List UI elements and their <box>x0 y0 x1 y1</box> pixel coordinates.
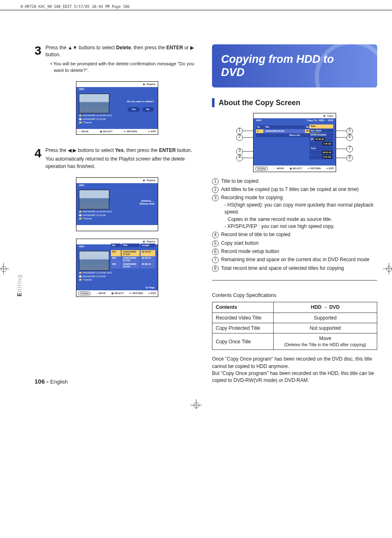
nav-move: ↕ MOVE <box>97 292 106 295</box>
section-title-block: Copying from HDD toDVD <box>212 44 377 87</box>
nav-select: ◉ SELECT <box>290 167 302 170</box>
subsection-heading: About the Copy Screen <box>212 98 377 107</box>
nav-return: ↵ RETURN <box>124 130 137 133</box>
copy-screen-diagram: 1 2 3 4 5 6 7 8 Copy <box>237 113 352 172</box>
start-button[interactable]: Start <box>309 124 333 129</box>
nav-anykey: Anykey <box>255 167 268 170</box>
page-footer: 106 - English <box>35 378 68 384</box>
list-item: Remaining time and space on the current … <box>212 256 377 263</box>
nav-return: ↵ RETURN <box>308 167 321 170</box>
callout-2: 2 <box>236 134 243 141</box>
nav-exit: ● EXIT <box>148 130 156 133</box>
registration-mark-left <box>0 263 9 274</box>
registration-mark-bottom <box>190 399 202 409</box>
step-number: 3 <box>35 44 42 74</box>
step3-bullet: • You will be prompted with the delete c… <box>54 60 200 74</box>
callout-7: 7 <box>346 146 353 152</box>
nav-move: ↔ MOVE <box>78 130 89 133</box>
sp-row: SP 02:06:02 <box>309 138 333 142</box>
list-item: Record mode setup button <box>212 248 377 255</box>
thumbnail <box>79 94 109 113</box>
screenshot-deleting: Playlist HDD 📁 JAN/16/2005 12:15 AM CH11… <box>76 177 158 231</box>
list-item: Add titles to be copied (up to 7 titles … <box>212 186 377 193</box>
nav-exit: ● EXIT <box>148 292 156 295</box>
step-4: 4 Press the ◀ ▶ buttons to select Yes, t… <box>35 147 200 170</box>
thumbnail <box>79 251 109 271</box>
table-row: Copy Once TitleMove(Deletes the Title in… <box>212 333 377 350</box>
recmode-button[interactable]: Rec. Mode <box>309 129 333 133</box>
nav-select: ◉ SELECT <box>100 130 113 133</box>
callout-6: 6 <box>346 134 353 141</box>
list-item: Copy start button <box>212 240 377 247</box>
callout-definitions: Title to be copied Add titles to be copi… <box>212 178 377 272</box>
page-indicator: 1/1 Page <box>145 287 154 289</box>
nav-exit: ● EXIT <box>326 167 334 170</box>
registration-mark-right <box>383 263 392 274</box>
nav-select: ◉ SELECT <box>111 292 124 295</box>
confirm-question: Do you want to delete? <box>127 100 154 103</box>
table-row: Recorded Video TitleSupported <box>212 313 377 323</box>
sp-size: 4.46 GB <box>309 142 333 146</box>
dvd-available: [DVD] Available <box>309 133 333 137</box>
arrow-left-right-icon: ◀ ▶ <box>68 147 76 153</box>
nav-move: ↔ MOVE <box>274 167 284 170</box>
total-label: Total <box>309 147 333 151</box>
list-item: Recording mode for copying - HS(high spe… <box>212 194 377 230</box>
callout-8: 8 <box>346 155 353 161</box>
spec-title: Contents Copy Specifications <box>212 293 377 298</box>
copy-once-note: Once "Copy Once program" has been record… <box>212 356 377 384</box>
step3-text: Press the <box>46 45 68 51</box>
crop-rule <box>0 10 392 10</box>
nav-return: ↵ RETURN <box>129 292 143 295</box>
list-item: Title to be copied <box>212 178 377 185</box>
callout-5: 5 <box>346 128 353 134</box>
step4-after: You automatically returned to the Playli… <box>46 156 200 170</box>
step-number: 4 <box>35 147 42 170</box>
side-tab: Editing <box>16 274 22 296</box>
list-item: Total record time and space of selected … <box>212 265 377 272</box>
no-button[interactable]: No <box>142 107 154 112</box>
nav-anykey: Anykey <box>78 292 91 295</box>
screenshot-playlist-table: Playlist HDD No. Title Length 📁 JAN/16/2… <box>76 239 158 297</box>
yes-button[interactable]: Yes <box>127 107 140 112</box>
tot-time: 00:01:40 <box>309 151 333 155</box>
callout-1: 1 <box>236 128 243 134</box>
thumbnail <box>79 190 109 209</box>
callout-3: 3 <box>236 148 243 155</box>
table-row: Copy Protected TitleNot supported <box>212 323 377 333</box>
step-3: 3 Press the ▲▼ buttons to select Delete,… <box>35 44 200 74</box>
arrow-up-down-icon: ▲▼ <box>68 45 78 51</box>
table-row[interactable]: 002JAN/23/2005 12:15A00:30:15 <box>111 256 155 262</box>
spec-table: ContentsHDD → DVD Recorded Video TitleSu… <box>212 302 377 350</box>
table-row[interactable]: 001JAN/19/2005 12:15A00:40:03 <box>111 250 155 256</box>
disc-icon <box>315 44 377 87</box>
crop-mark: 8-HR720-XAC_98-108_EDIT 5/17/05 10:44 PM… <box>21 5 130 9</box>
tot-size: 0.03 GB <box>309 155 333 159</box>
deleting-wait: (Please wait) <box>140 202 154 205</box>
screenshot-delete-confirm: Playlist HDD 📁 JAN/16/2005 12:15 AM CH11… <box>76 81 158 135</box>
arrow-right-icon: ▶ <box>190 45 194 51</box>
table-row[interactable]: 003JAN/25/2005 12:15A00:50:16 <box>111 262 155 269</box>
playlist-header: No. Title Length <box>111 244 155 248</box>
list-item: Record time of title to be copied <box>212 231 377 238</box>
callout-4: 4 <box>236 155 243 161</box>
deleting-msg: Deleting... <box>140 200 154 202</box>
